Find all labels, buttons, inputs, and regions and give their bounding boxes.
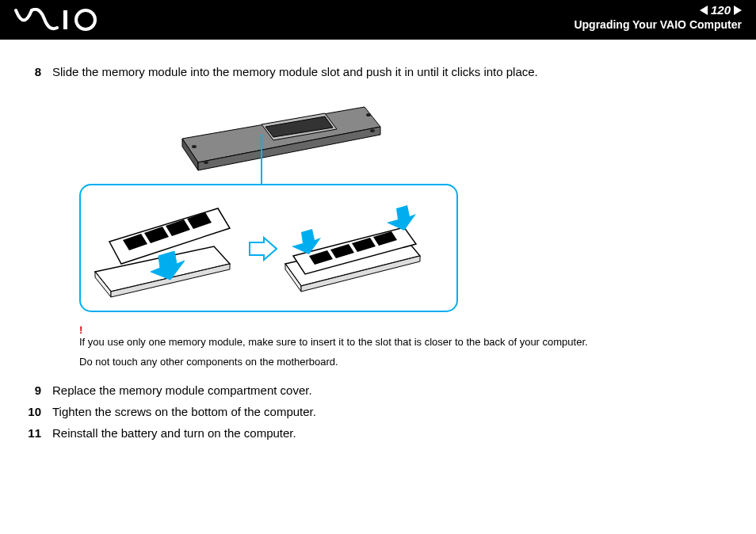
step-row: 8 Slide the memory module into the memor… — [24, 63, 732, 80]
svg-point-7 — [192, 145, 197, 148]
step-text: Slide the memory module into the memory … — [52, 63, 538, 80]
page-content: 8 Slide the memory module into the memor… — [0, 40, 756, 441]
page-header: 120 Upgrading Your VAIO Computer — [0, 0, 756, 40]
prev-page-icon[interactable] — [700, 6, 708, 15]
svg-point-1 — [76, 10, 95, 29]
warning-text-1: If you use only one memory module, make … — [79, 336, 588, 348]
svg-point-10 — [370, 129, 375, 132]
step-text: Reinstall the battery and turn on the co… — [52, 425, 296, 441]
step-text: Replace the memory module compartment co… — [52, 382, 312, 399]
section-title: Upgrading Your VAIO Computer — [574, 18, 742, 31]
vaio-logo — [14, 8, 101, 35]
step-row: 11 Reinstall the battery and turn on the… — [24, 425, 732, 441]
page-number: 120 — [711, 3, 731, 17]
svg-marker-22 — [250, 238, 277, 260]
warning-note: ! If you use only one memory module, mak… — [79, 324, 732, 348]
step-number: 11 — [24, 425, 41, 441]
warning-text-2: Do not touch any other components on the… — [79, 356, 732, 368]
step-number: 9 — [24, 382, 41, 399]
svg-point-8 — [366, 113, 371, 116]
svg-marker-32 — [387, 205, 416, 231]
warning-icon: ! — [79, 324, 82, 336]
svg-point-9 — [204, 161, 208, 164]
step-row: 10 Tighten the screws on the bottom of t… — [24, 403, 732, 420]
step-row: 9 Replace the memory module compartment … — [24, 382, 732, 399]
step-text: Tighten the screws on the bottom of the … — [52, 403, 316, 420]
header-nav: 120 Upgrading Your VAIO Computer — [574, 3, 742, 31]
next-page-icon[interactable] — [734, 6, 742, 15]
step-number: 8 — [24, 63, 41, 80]
svg-rect-0 — [63, 10, 67, 29]
step-number: 10 — [24, 403, 41, 420]
illustration — [79, 91, 732, 316]
